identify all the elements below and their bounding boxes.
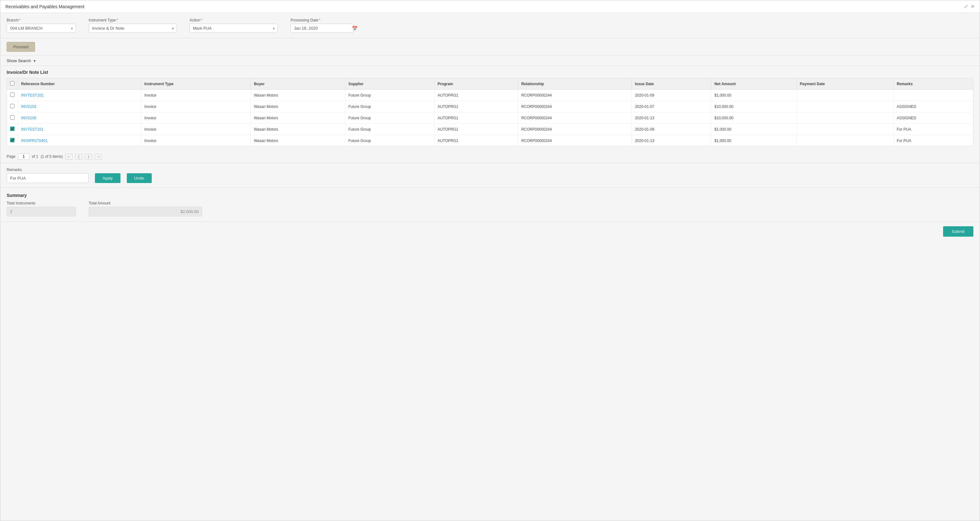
col-issue-date: Issue Date	[632, 78, 711, 89]
supplier-cell: Future Group	[345, 101, 434, 112]
prev-page-button[interactable]: ❮	[75, 154, 82, 160]
row-checkbox-cell[interactable]	[7, 112, 18, 124]
show-search-bar[interactable]: Show Search ▼	[0, 56, 980, 66]
buyer-cell: Wasan Motors	[250, 101, 345, 112]
payment-date-cell	[796, 135, 893, 147]
summary-section: Summary Total Instruments 2 Total Amount…	[0, 188, 980, 221]
branch-select-wrapper: 004-LM BRANCH	[6, 24, 76, 33]
remarks-input[interactable]	[6, 173, 89, 183]
net-amount-cell: $10,000.00	[711, 101, 796, 112]
net-amount-cell: $1,000.00	[711, 124, 796, 135]
form-row: Branch* 004-LM BRANCH Instrument Type* I…	[6, 18, 974, 33]
instrument-type-cell: Invoice	[141, 135, 250, 147]
program-cell: AUTOPRG1	[434, 124, 518, 135]
instrument-type-cell: Invoice	[141, 124, 250, 135]
relationship-cell: RCORP00000244	[518, 124, 632, 135]
supplier-cell: Future Group	[345, 89, 434, 101]
total-instruments-field: Total Instruments 2	[6, 201, 76, 217]
issue-date-cell: 2020-01-13	[632, 112, 711, 124]
calendar-icon[interactable]: 📅	[352, 26, 357, 31]
processing-date-field: Processing Date* 📅	[291, 18, 360, 33]
net-amount-cell: $1,000.00	[711, 89, 796, 101]
col-ref-number: Reference Number	[18, 78, 141, 89]
instrument-type-select[interactable]: Invoice & Dr Note	[89, 24, 177, 33]
list-title: Invoice/Dr Note List	[6, 70, 974, 75]
program-cell: AUTOPRG1	[434, 135, 518, 147]
submit-button[interactable]: Submit	[943, 226, 974, 237]
branch-label: Branch*	[6, 18, 76, 22]
issue-date-cell: 2020-01-09	[632, 124, 711, 135]
select-all-checkbox[interactable]	[10, 81, 14, 86]
row-checkbox-4[interactable]	[10, 138, 14, 142]
instrument-type-cell: Invoice	[141, 89, 250, 101]
first-page-button[interactable]: ⇤	[65, 154, 73, 160]
close-icon[interactable]: ✕	[970, 3, 975, 10]
program-cell: AUTOPRG1	[434, 89, 518, 101]
undo-button[interactable]: Undo	[127, 173, 152, 183]
col-net-amount: Net Amount	[711, 78, 796, 89]
instrument-type-required: *	[116, 18, 118, 22]
row-checkbox-3[interactable]	[10, 127, 14, 131]
buyer-cell: Wasan Motors	[250, 89, 345, 101]
proceed-button[interactable]: Proceed	[6, 42, 35, 52]
table-header: Reference Number Instrument Type Buyer S…	[7, 78, 973, 89]
ref-number-cell[interactable]: INVTEST101	[18, 124, 141, 135]
next-page-button[interactable]: ❯	[85, 154, 92, 160]
supplier-cell: Future Group	[345, 112, 434, 124]
col-instrument-type: Instrument Type	[141, 78, 250, 89]
buyer-cell: Wasan Motors	[250, 112, 345, 124]
items-label: (1 of 5 items)	[41, 154, 63, 159]
processing-date-input[interactable]	[291, 24, 353, 33]
payment-date-cell	[796, 112, 893, 124]
ref-number-cell[interactable]: INVS106	[18, 112, 141, 124]
remarks-cell	[893, 89, 973, 101]
remarks-cell: ASSIGNED	[893, 112, 973, 124]
ref-number-cell[interactable]: INVTEST102	[18, 89, 141, 101]
page-label: Page	[6, 154, 16, 159]
apply-button[interactable]: Apply	[95, 173, 121, 183]
ref-number-cell[interactable]: INVS103	[18, 101, 141, 112]
table-container: Reference Number Instrument Type Buyer S…	[6, 78, 974, 147]
table-row: INVS103InvoiceWasan MotorsFuture GroupAU…	[7, 101, 973, 112]
ref-number-cell[interactable]: INVAPR270401	[18, 135, 141, 147]
action-label: Action*	[189, 18, 278, 22]
list-section: Invoice/Dr Note List Reference Number In…	[0, 66, 980, 150]
issue-date-cell: 2020-01-09	[632, 89, 711, 101]
branch-select[interactable]: 004-LM BRANCH	[6, 24, 76, 33]
row-checkbox-0[interactable]	[10, 92, 14, 97]
buyer-cell: Wasan Motors	[250, 124, 345, 135]
summary-title: Summary	[6, 193, 974, 198]
net-amount-cell: $1,000.00	[711, 135, 796, 147]
page-input[interactable]	[18, 153, 29, 160]
supplier-cell: Future Group	[345, 135, 434, 147]
instrument-type-cell: Invoice	[141, 101, 250, 112]
action-select[interactable]: Mark PUA	[189, 24, 278, 33]
row-checkbox-2[interactable]	[10, 115, 14, 119]
instrument-type-label: Instrument Type*	[89, 18, 177, 22]
row-checkbox-cell[interactable]	[7, 124, 18, 135]
row-checkbox-cell[interactable]	[7, 89, 18, 101]
branch-required: *	[19, 18, 21, 22]
total-amount-field: Total Amount $2,000.00	[89, 201, 202, 217]
row-checkbox-1[interactable]	[10, 104, 14, 108]
total-instruments-value: 2	[6, 207, 76, 217]
supplier-cell: Future Group	[345, 124, 434, 135]
last-page-button[interactable]: ⇥	[95, 154, 102, 160]
expand-icon[interactable]: ⤢	[964, 3, 968, 10]
remarks-label: Remarks	[6, 167, 89, 172]
submit-row: Submit	[0, 221, 980, 241]
issue-date-cell: 2020-01-13	[632, 135, 711, 147]
col-program: Program	[434, 78, 518, 89]
form-section: Branch* 004-LM BRANCH Instrument Type* I…	[0, 13, 980, 38]
row-checkbox-cell[interactable]	[7, 101, 18, 112]
proceed-section: Proceed	[0, 38, 980, 56]
buyer-cell: Wasan Motors	[250, 135, 345, 147]
remarks-cell: ASSIGNED	[893, 101, 973, 112]
payment-date-cell	[796, 101, 893, 112]
table-row: INVTEST101InvoiceWasan MotorsFuture Grou…	[7, 124, 973, 135]
row-checkbox-cell[interactable]	[7, 135, 18, 147]
window-controls: ⤢ ✕	[964, 3, 975, 10]
action-field: Action* Mark PUA	[189, 18, 278, 33]
table-row: INVTEST102InvoiceWasan MotorsFuture Grou…	[7, 89, 973, 101]
invoice-table: Reference Number Instrument Type Buyer S…	[7, 78, 973, 146]
